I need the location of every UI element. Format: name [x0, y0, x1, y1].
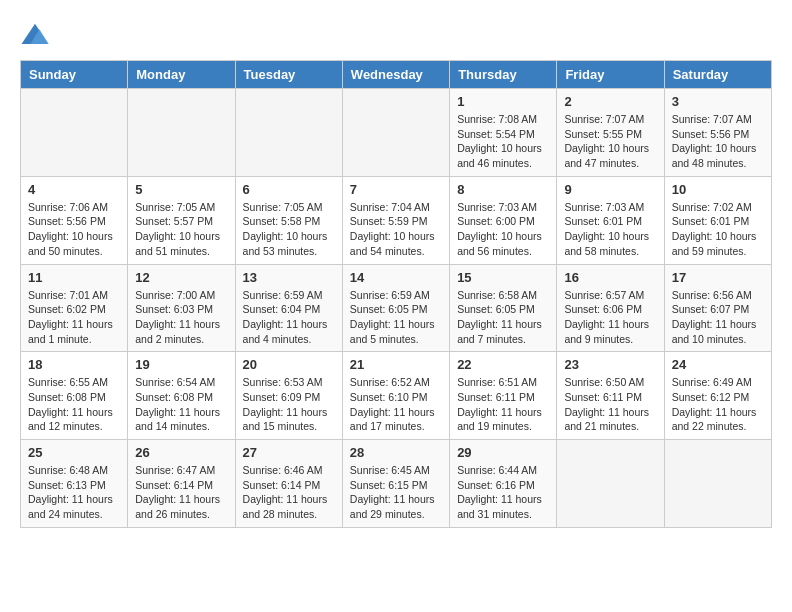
calendar-cell: 12 Sunrise: 7:00 AM Sunset: 6:03 PM Dayl… [128, 264, 235, 352]
daylight-label: Daylight: 11 hours and 5 minutes. [350, 318, 435, 345]
sunset-label: Sunset: 6:12 PM [672, 391, 750, 403]
day-number: 11 [28, 270, 120, 285]
cell-info: Sunrise: 6:57 AM Sunset: 6:06 PM Dayligh… [564, 288, 656, 347]
daylight-label: Daylight: 10 hours and 56 minutes. [457, 230, 542, 257]
weekday-header: Monday [128, 61, 235, 89]
sunset-label: Sunset: 5:59 PM [350, 215, 428, 227]
calendar-cell: 25 Sunrise: 6:48 AM Sunset: 6:13 PM Dayl… [21, 440, 128, 528]
sunrise-label: Sunrise: 6:55 AM [28, 376, 108, 388]
daylight-label: Daylight: 11 hours and 7 minutes. [457, 318, 542, 345]
sunrise-label: Sunrise: 7:05 AM [243, 201, 323, 213]
calendar-week-row: 18 Sunrise: 6:55 AM Sunset: 6:08 PM Dayl… [21, 352, 772, 440]
sunset-label: Sunset: 6:05 PM [350, 303, 428, 315]
day-number: 22 [457, 357, 549, 372]
cell-info: Sunrise: 6:47 AM Sunset: 6:14 PM Dayligh… [135, 463, 227, 522]
sunrise-label: Sunrise: 6:56 AM [672, 289, 752, 301]
daylight-label: Daylight: 11 hours and 31 minutes. [457, 493, 542, 520]
calendar-cell: 19 Sunrise: 6:54 AM Sunset: 6:08 PM Dayl… [128, 352, 235, 440]
sunrise-label: Sunrise: 7:07 AM [672, 113, 752, 125]
sunset-label: Sunset: 6:00 PM [457, 215, 535, 227]
sunset-label: Sunset: 5:54 PM [457, 128, 535, 140]
weekday-header: Wednesday [342, 61, 449, 89]
daylight-label: Daylight: 11 hours and 22 minutes. [672, 406, 757, 433]
daylight-label: Daylight: 11 hours and 14 minutes. [135, 406, 220, 433]
day-number: 13 [243, 270, 335, 285]
daylight-label: Daylight: 11 hours and 24 minutes. [28, 493, 113, 520]
calendar-cell: 15 Sunrise: 6:58 AM Sunset: 6:05 PM Dayl… [450, 264, 557, 352]
sunset-label: Sunset: 5:56 PM [28, 215, 106, 227]
cell-info: Sunrise: 6:49 AM Sunset: 6:12 PM Dayligh… [672, 375, 764, 434]
daylight-label: Daylight: 11 hours and 29 minutes. [350, 493, 435, 520]
day-number: 15 [457, 270, 549, 285]
sunset-label: Sunset: 5:56 PM [672, 128, 750, 140]
sunrise-label: Sunrise: 7:05 AM [135, 201, 215, 213]
calendar-cell: 28 Sunrise: 6:45 AM Sunset: 6:15 PM Dayl… [342, 440, 449, 528]
sunrise-label: Sunrise: 7:07 AM [564, 113, 644, 125]
daylight-label: Daylight: 10 hours and 50 minutes. [28, 230, 113, 257]
logo-icon [20, 20, 50, 50]
daylight-label: Daylight: 10 hours and 53 minutes. [243, 230, 328, 257]
sunset-label: Sunset: 5:58 PM [243, 215, 321, 227]
daylight-label: Daylight: 11 hours and 21 minutes. [564, 406, 649, 433]
calendar-cell: 9 Sunrise: 7:03 AM Sunset: 6:01 PM Dayli… [557, 176, 664, 264]
daylight-label: Daylight: 10 hours and 51 minutes. [135, 230, 220, 257]
day-number: 7 [350, 182, 442, 197]
daylight-label: Daylight: 10 hours and 46 minutes. [457, 142, 542, 169]
weekday-header: Sunday [21, 61, 128, 89]
calendar-cell: 26 Sunrise: 6:47 AM Sunset: 6:14 PM Dayl… [128, 440, 235, 528]
day-number: 19 [135, 357, 227, 372]
sunset-label: Sunset: 6:07 PM [672, 303, 750, 315]
sunrise-label: Sunrise: 7:06 AM [28, 201, 108, 213]
sunset-label: Sunset: 6:06 PM [564, 303, 642, 315]
calendar-cell: 11 Sunrise: 7:01 AM Sunset: 6:02 PM Dayl… [21, 264, 128, 352]
sunrise-label: Sunrise: 7:01 AM [28, 289, 108, 301]
calendar-cell [557, 440, 664, 528]
weekday-header: Tuesday [235, 61, 342, 89]
day-number: 9 [564, 182, 656, 197]
calendar-week-row: 1 Sunrise: 7:08 AM Sunset: 5:54 PM Dayli… [21, 89, 772, 177]
sunrise-label: Sunrise: 6:57 AM [564, 289, 644, 301]
calendar-cell: 5 Sunrise: 7:05 AM Sunset: 5:57 PM Dayli… [128, 176, 235, 264]
calendar-cell: 21 Sunrise: 6:52 AM Sunset: 6:10 PM Dayl… [342, 352, 449, 440]
daylight-label: Daylight: 11 hours and 10 minutes. [672, 318, 757, 345]
sunset-label: Sunset: 6:01 PM [672, 215, 750, 227]
day-number: 27 [243, 445, 335, 460]
cell-info: Sunrise: 7:02 AM Sunset: 6:01 PM Dayligh… [672, 200, 764, 259]
sunset-label: Sunset: 6:04 PM [243, 303, 321, 315]
sunrise-label: Sunrise: 6:50 AM [564, 376, 644, 388]
sunset-label: Sunset: 6:03 PM [135, 303, 213, 315]
sunrise-label: Sunrise: 7:03 AM [457, 201, 537, 213]
sunrise-label: Sunrise: 6:46 AM [243, 464, 323, 476]
calendar-cell: 4 Sunrise: 7:06 AM Sunset: 5:56 PM Dayli… [21, 176, 128, 264]
daylight-label: Daylight: 11 hours and 26 minutes. [135, 493, 220, 520]
cell-info: Sunrise: 7:03 AM Sunset: 6:01 PM Dayligh… [564, 200, 656, 259]
logo [20, 20, 54, 50]
weekday-header: Friday [557, 61, 664, 89]
calendar-week-row: 4 Sunrise: 7:06 AM Sunset: 5:56 PM Dayli… [21, 176, 772, 264]
day-number: 21 [350, 357, 442, 372]
day-number: 6 [243, 182, 335, 197]
cell-info: Sunrise: 7:03 AM Sunset: 6:00 PM Dayligh… [457, 200, 549, 259]
calendar-cell: 17 Sunrise: 6:56 AM Sunset: 6:07 PM Dayl… [664, 264, 771, 352]
cell-info: Sunrise: 7:07 AM Sunset: 5:56 PM Dayligh… [672, 112, 764, 171]
day-number: 23 [564, 357, 656, 372]
cell-info: Sunrise: 7:00 AM Sunset: 6:03 PM Dayligh… [135, 288, 227, 347]
day-number: 2 [564, 94, 656, 109]
sunrise-label: Sunrise: 6:48 AM [28, 464, 108, 476]
cell-info: Sunrise: 6:59 AM Sunset: 6:05 PM Dayligh… [350, 288, 442, 347]
cell-info: Sunrise: 6:44 AM Sunset: 6:16 PM Dayligh… [457, 463, 549, 522]
calendar-cell: 16 Sunrise: 6:57 AM Sunset: 6:06 PM Dayl… [557, 264, 664, 352]
sunrise-label: Sunrise: 6:52 AM [350, 376, 430, 388]
day-number: 16 [564, 270, 656, 285]
day-number: 12 [135, 270, 227, 285]
sunrise-label: Sunrise: 6:51 AM [457, 376, 537, 388]
cell-info: Sunrise: 7:05 AM Sunset: 5:57 PM Dayligh… [135, 200, 227, 259]
sunrise-label: Sunrise: 6:47 AM [135, 464, 215, 476]
sunset-label: Sunset: 6:14 PM [243, 479, 321, 491]
cell-info: Sunrise: 6:54 AM Sunset: 6:08 PM Dayligh… [135, 375, 227, 434]
cell-info: Sunrise: 7:08 AM Sunset: 5:54 PM Dayligh… [457, 112, 549, 171]
daylight-label: Daylight: 11 hours and 2 minutes. [135, 318, 220, 345]
sunset-label: Sunset: 6:10 PM [350, 391, 428, 403]
sunrise-label: Sunrise: 6:58 AM [457, 289, 537, 301]
sunset-label: Sunset: 6:09 PM [243, 391, 321, 403]
